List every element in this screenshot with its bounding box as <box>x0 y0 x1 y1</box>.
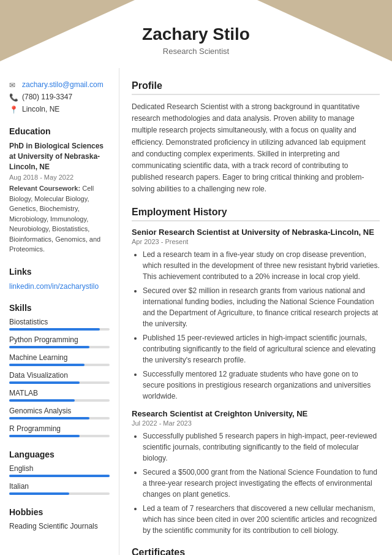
skill-item: R Programming <box>9 424 110 437</box>
skill-bar-bg <box>9 346 110 348</box>
skill-bar-fill <box>9 328 100 331</box>
skill-name: Data Visualization <box>9 371 110 380</box>
job-bullets-list: Successfully published 5 research papers… <box>132 431 380 536</box>
language-item: English <box>9 464 110 477</box>
location-text: Lincoln, NE <box>22 105 59 113</box>
job-bullet: Published 15 peer-reviewed articles in h… <box>143 332 380 366</box>
languages-list: English Italian <box>9 464 110 495</box>
job-title: Senior Research Scientist at University … <box>132 228 380 237</box>
education-coursework: Relevant Coursework: Cell Biology, Molec… <box>9 183 110 255</box>
hobbies-text: Reading Scientific Journals <box>9 522 110 530</box>
education-section: Education PhD in Biological Sciences at … <box>9 126 110 255</box>
skill-bar-bg <box>9 417 110 419</box>
coursework-text: Cell Biology, Molecular Biology, Genetic… <box>9 185 100 253</box>
language-item: Italian <box>9 482 110 495</box>
skill-item: Biostatistics <box>9 318 110 331</box>
language-bar-bg <box>9 492 110 495</box>
employment-section: Employment History Senior Research Scien… <box>132 207 380 536</box>
job-bullet: Led a team of 7 researchers that discove… <box>143 503 380 536</box>
job-bullet: Led a research team in a five-year study… <box>143 249 380 282</box>
skill-bar-bg <box>9 364 110 366</box>
skill-bar-bg <box>9 381 110 384</box>
skill-bar-fill <box>9 417 89 419</box>
skill-name: Genomics Analysis <box>9 407 110 415</box>
hobbies-title: Hobbies <box>9 507 110 517</box>
languages-title: Languages <box>9 450 110 459</box>
skill-item: Machine Learning <box>9 353 110 366</box>
education-title: Education <box>9 126 110 136</box>
profile-text: Dedicated Research Scientist with a stro… <box>132 101 380 196</box>
phone-icon: 📞 <box>9 93 19 102</box>
skill-bar-fill <box>9 346 89 348</box>
links-title: Links <box>9 267 110 277</box>
languages-section: Languages English Italian <box>9 450 110 495</box>
skills-list: Biostatistics Python Programming Machine… <box>9 318 110 437</box>
skill-bar-bg <box>9 435 110 437</box>
skill-item: Data Visualization <box>9 371 110 384</box>
job-entry: Senior Research Scientist at University … <box>132 228 380 402</box>
language-bar-bg <box>9 475 110 477</box>
job-bullets-list: Led a research team in a five-year study… <box>132 249 380 402</box>
skills-section: Skills Biostatistics Python Programming … <box>9 303 110 437</box>
job-dates: Jul 2022 - Mar 2023 <box>132 419 380 427</box>
skill-name: MATLAB <box>9 389 110 397</box>
language-name: English <box>9 464 110 473</box>
job-dates: Apr 2023 - Present <box>132 238 380 245</box>
email-item: ✉ zachary.stilo@gmail.com <box>9 80 110 90</box>
skill-item: MATLAB <box>9 389 110 402</box>
links-section: Links linkedin.com/in/zacharystilo <box>9 267 110 291</box>
certificates-title: Certificates <box>132 547 380 556</box>
candidate-name: Zachary Stilo <box>12 25 380 44</box>
skill-bar-bg <box>9 328 110 331</box>
language-name: Italian <box>9 482 110 491</box>
linkedin-link[interactable]: linkedin.com/in/zacharystilo <box>9 282 99 291</box>
skills-title: Skills <box>9 303 110 313</box>
skill-item: Genomics Analysis <box>9 407 110 419</box>
skill-name: Python Programming <box>9 335 110 344</box>
header: Zachary Stilo Research Scientist <box>0 0 392 68</box>
skill-bar-bg <box>9 399 110 402</box>
sidebar: ✉ zachary.stilo@gmail.com 📞 (780) 119-33… <box>0 68 119 555</box>
education-dates: Aug 2018 - May 2022 <box>9 174 110 181</box>
email-link[interactable]: zachary.stilo@gmail.com <box>22 80 104 89</box>
skill-name: Biostatistics <box>9 318 110 326</box>
job-bullet: Secured a $500,000 grant from the Nation… <box>143 467 380 500</box>
language-bar-fill <box>9 475 110 477</box>
hobbies-section: Hobbies Reading Scientific Journals <box>9 507 110 530</box>
skill-name: Machine Learning <box>9 353 110 362</box>
job-bullet: Secured over $2 million in research gran… <box>143 285 380 329</box>
skill-bar-fill <box>9 399 75 402</box>
language-bar-fill <box>9 492 69 495</box>
profile-section: Profile Dedicated Research Scientist wit… <box>132 80 380 196</box>
location-item: 📍 Lincoln, NE <box>9 105 110 114</box>
job-entry: Research Scientist at Creighton Universi… <box>132 409 380 536</box>
skill-name: R Programming <box>9 424 110 433</box>
candidate-title: Research Scientist <box>12 47 380 56</box>
job-bullet: Successfully mentored 12 graduate studen… <box>143 369 380 402</box>
job-title: Research Scientist at Creighton Universi… <box>132 409 380 418</box>
job-bullet: Successfully published 5 research papers… <box>143 431 380 464</box>
body-container: ✉ zachary.stilo@gmail.com 📞 (780) 119-33… <box>0 68 392 555</box>
contact-section: ✉ zachary.stilo@gmail.com 📞 (780) 119-33… <box>9 80 110 114</box>
certificates-section: Certificates Certified Research Scientis… <box>132 547 380 556</box>
employment-title: Employment History <box>132 207 380 221</box>
skill-bar-fill <box>9 364 85 366</box>
main-content: Profile Dedicated Research Scientist wit… <box>119 68 392 555</box>
profile-title: Profile <box>132 80 380 95</box>
phone-text: (780) 119-3347 <box>22 93 72 101</box>
jobs-list: Senior Research Scientist at University … <box>132 228 380 536</box>
education-degree: PhD in Biological Sciences at University… <box>9 141 110 172</box>
skill-item: Python Programming <box>9 335 110 348</box>
skill-bar-fill <box>9 435 80 437</box>
skill-bar-fill <box>9 381 80 384</box>
coursework-label: Relevant Coursework: <box>9 185 80 192</box>
location-icon: 📍 <box>9 105 19 114</box>
email-icon: ✉ <box>9 81 19 90</box>
phone-item: 📞 (780) 119-3347 <box>9 93 110 102</box>
